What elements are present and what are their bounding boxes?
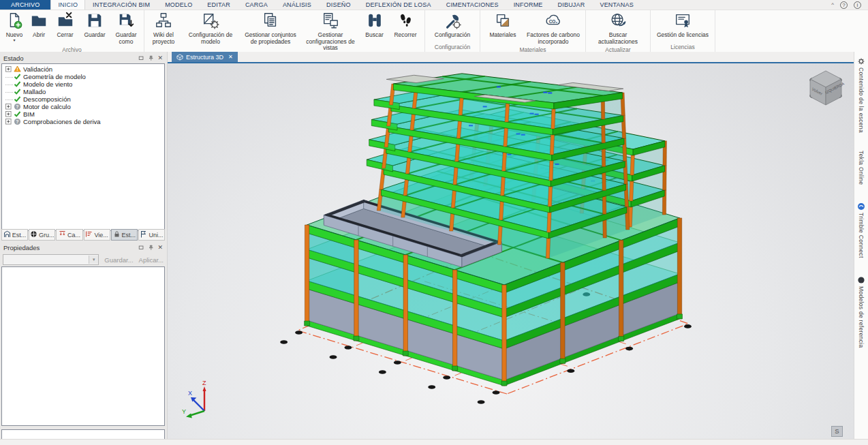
dock-tab-wind[interactable]: Vie... [84,229,110,241]
chevron-down-icon[interactable]: ▾ [89,256,98,264]
ribbon-button-nuevo[interactable]: Nuevo▾ [3,12,26,42]
globe-update-icon [609,12,627,32]
save-properties-button[interactable]: Guardar... [104,256,133,264]
pin-icon[interactable] [148,245,154,251]
dock-tab-unions[interactable]: Uni... [138,229,165,241]
ribbon-button-label: Factores de carbono incorporado [524,32,583,45]
ribbon-button-gestionar-conjuntos-de-propiedades[interactable]: Gestionar conjuntos de propiedades [241,12,300,45]
new-document-icon [5,12,23,32]
ribbon-button-guardar-como[interactable]: Guardar como [111,12,141,45]
pin-icon[interactable] [148,55,154,61]
tree-item-geometría-de-modelo[interactable]: Geometría de modelo [2,73,164,80]
ribbon-button-cerrar[interactable]: Cerrar [52,12,78,39]
menu-tab-cimentaciones[interactable]: CIMENTACIONES [439,0,506,10]
tree-item-motor-de-calculo[interactable]: ?Motor de calculo [2,103,164,110]
ribbon-button-gestionar-configuraciones-de-vistas[interactable]: Gestionar configuraciones de vistas [301,12,360,52]
ribbon-toolbar: Nuevo▾AbrirCerrarGuardarGuardar comoArch… [0,10,868,52]
footprints-icon [397,12,414,32]
ribbon-group-label: Configuración [427,43,478,52]
ribbon-button-guardar[interactable]: Guardar [80,12,110,39]
trimble-icon [857,202,865,211]
ribbon-button-wiki-del-proyecto[interactable]: Wiki del proyecto [147,12,180,45]
dock-tab-status[interactable]: Est... [111,229,138,241]
tree-item-label: Motor de calculo [23,103,71,110]
ribbon-group-materiales: MaterialesCO₂Factores de carbono incorpo… [480,10,586,52]
tree-item-comprobaciones-de-deriva[interactable]: ?Comprobaciones de deriva [2,118,164,125]
info-icon[interactable]: i [854,1,861,9]
tree-item-mallado[interactable]: Mallado [2,88,164,95]
model-viewport[interactable]: Volver IZQUIERDA Z X Y S [168,63,854,440]
tree-item-validación[interactable]: !Validación [2,65,164,73]
ribbon-button-label: Materiales [489,32,516,39]
ribbon-button-factores-de-carbono-incorporado[interactable]: CO₂Factores de carbono incorporado [524,12,583,45]
binoculars-icon [366,12,384,32]
ribbon-button-materiales[interactable]: Materiales [483,12,523,39]
menu-tab-archivo[interactable]: ARCHIVO [0,0,50,10]
circle-icon [857,276,865,284]
menu-tab-ventanas[interactable]: VENTANAS [592,0,640,10]
menu-tab-editar[interactable]: EDITAR [200,0,238,10]
structure-3d-model[interactable] [168,63,854,440]
float-panel-icon[interactable] [138,55,144,61]
ribbon-button-label: Recorrer [394,32,416,39]
side-tab-contenido-de-la-escena[interactable]: Contenido de la escena [857,57,865,133]
ribbon-button-label: Guardar como [111,32,141,45]
menu-tab-informe[interactable]: INFORME [506,0,551,10]
side-tab-modelos-de-referencia[interactable]: Modelos de referencia [857,276,865,348]
menu-tab-deflexi-n-de-losa[interactable]: DEFLEXIÓN DE LOSA [358,0,439,10]
dock-tab-label: Ca... [67,232,80,239]
close-view-icon[interactable]: ✕ [228,54,233,60]
expand-icon[interactable] [5,104,12,110]
tree-item-descomposición[interactable]: Descomposición [2,95,164,103]
expand-icon[interactable] [5,66,12,72]
ribbon-button-buscar-actualizaciones[interactable]: Buscar actualizaciones [589,12,647,45]
ribbon-button-configuración-de-modelo[interactable]: Configuración de modelo [181,12,240,45]
dock-tab-structure[interactable]: Est... [1,229,28,241]
ribbon-button-label: Gestionar conjuntos de propiedades [241,32,300,45]
tree-item-modelo-de-viento[interactable]: Modelo de viento [2,80,164,88]
close-panel-icon[interactable]: ✕ [157,55,163,61]
ribbon-button-buscar[interactable]: Buscar [361,12,388,39]
ribbon-group-actualizar: Buscar actualizacionesActualizar [586,10,651,52]
menu-tab-dibujar[interactable]: DIBUJAR [551,0,593,10]
properties-combo-row: ▾ Guardar... Aplicar... [1,253,165,266]
model-3d-icon [176,54,183,61]
ribbon-collapse-icon[interactable]: ^ [831,1,834,8]
main-area: Estado ✕ !ValidaciónGeometría de modeloM… [0,52,868,440]
axis-x-label: X [188,390,192,397]
menu-tab-dise-o[interactable]: DISEÑO [319,0,358,10]
side-tab-trimble-connect[interactable]: Trimble Connect [857,202,865,258]
chevron-down-icon[interactable]: ▾ [13,39,15,42]
tree-item-label: Modelo de viento [23,80,72,88]
svg-text:?: ? [16,119,18,124]
close-panel-icon[interactable]: ✕ [157,245,163,251]
menu-tab-an-lisis[interactable]: ANÁLISIS [275,0,319,10]
left-dock: Estado ✕ !ValidaciónGeometría de modeloM… [0,52,167,440]
ribbon-button-label: Gestionar configuraciones de vistas [301,32,360,52]
apply-properties-button[interactable]: Aplicar... [139,256,164,264]
tree-item-bim[interactable]: BIM [2,110,164,118]
dock-tab-loads[interactable]: Ca... [56,229,82,241]
dock-tab-groups[interactable]: Gru... [29,229,55,241]
view-tab-estructura-3d[interactable]: Estructura 3D ✕ [172,52,238,62]
view-tab-bar: Estructura 3D ✕ [168,52,854,62]
float-panel-icon[interactable] [138,245,144,251]
ribbon-button-label: Buscar [365,32,383,39]
expand-icon[interactable] [5,111,12,117]
license-certificate-icon [674,12,692,32]
ribbon-button-recorrer[interactable]: Recorrer [389,12,422,39]
ribbon-button-gestión-de-licencias[interactable]: Gestión de licencias [653,12,712,39]
expand-icon[interactable] [5,119,12,125]
help-icon[interactable]: ? [840,1,848,9]
menu-tab-integraci-n-bim[interactable]: INTEGRACIÓN BIM [85,0,157,10]
side-tab-tekla-online[interactable]: Tekla Online [858,151,865,185]
menu-tab-inicio[interactable]: INICIO [50,0,85,10]
snap-button[interactable]: S [831,426,843,437]
dock-tab-label: Est... [12,232,27,239]
menu-tab-modelo[interactable]: MODELO [157,0,200,10]
view-cube[interactable]: Volver IZQUIERDA [806,69,846,108]
ribbon-button-abrir[interactable]: Abrir [27,12,50,39]
ribbon-button-configuración[interactable]: Configuración [428,12,477,39]
properties-preset-select[interactable]: ▾ [3,254,99,265]
menu-tab-carga[interactable]: CARGA [238,0,275,10]
